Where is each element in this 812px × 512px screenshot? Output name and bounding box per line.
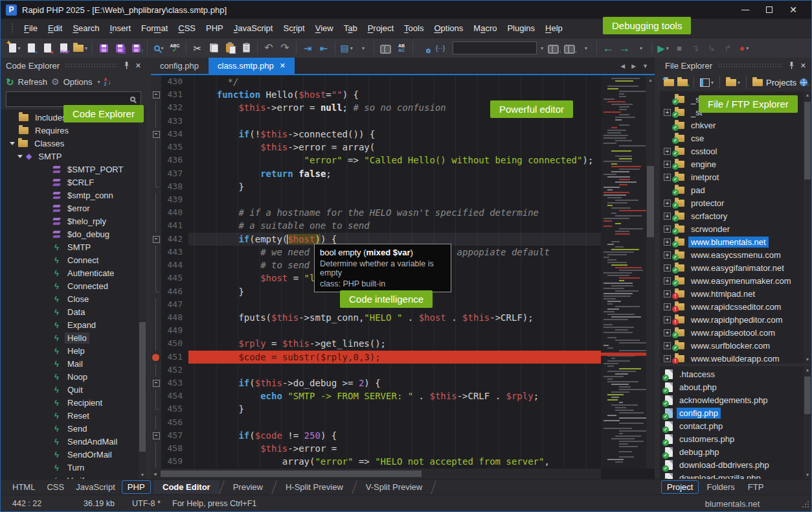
folder-item-csstool[interactable]: +✓csstool [660,145,811,157]
fold-gutter[interactable] [151,167,161,180]
code-line-454[interactable]: 454 echo "SMTP -> FROM SERVER: " . $this… [151,390,601,402]
maximize-button[interactable] [766,6,773,13]
explore-folder-button[interactable] [416,40,432,56]
language-tab-javascript[interactable]: JavaScript [71,481,120,493]
code-line-435[interactable]: 435 $this->error = array( [151,141,601,154]
fold-gutter[interactable] [151,364,161,377]
code-line-453[interactable]: 453 if($this->do_debug >= 2) { [151,377,601,390]
view-tab-code-editor[interactable]: Code Editor [153,480,220,494]
fold-gutter[interactable] [151,455,161,468]
folder-item-inetprot[interactable]: +✓inetprot [660,170,811,183]
code-explorer-item-smtp[interactable]: ϟSMTP [1,240,146,253]
folder-item-engine[interactable]: +✓engine [660,157,811,170]
open-folder-button[interactable]: ▾ [72,40,89,56]
view-mode-button[interactable]: ▾ [700,78,714,87]
folder-item-www.easymenumaker.com[interactable]: +✓www.easymenumaker.com [660,274,811,287]
fold-gutter[interactable] [151,154,161,167]
editor-vertical-scrollbar[interactable]: ▴ [646,75,655,469]
code-explorer-item-classes[interactable]: Classes [1,137,146,150]
fold-gutter[interactable] [151,206,161,219]
clipboard-history-button[interactable] [238,40,254,56]
code-explorer-item-connected[interactable]: ϟConnected [1,279,146,292]
folder-item-www.rapidcsseditor.com[interactable]: +!www.rapidcsseditor.com [660,300,811,313]
document-tab-config.php[interactable]: config.php [151,58,208,74]
paste-button[interactable] [222,40,238,56]
file-item-download-dbdrivers.php[interactable]: ✓download-dbdrivers.php [660,458,811,471]
expand-icon[interactable]: + [664,148,671,155]
fold-gutter[interactable] [151,416,161,429]
breakpoint-icon[interactable] [151,351,161,364]
code-line-456[interactable]: 456 [151,416,601,429]
find-in-files-button[interactable] [378,40,393,56]
undo-button[interactable]: ↶ [261,40,276,56]
code-line-438[interactable]: 438 } [151,180,601,193]
fold-gutter[interactable] [151,219,161,232]
expand-icon[interactable]: + [664,290,671,297]
fold-marker-icon[interactable] [151,377,161,390]
fold-gutter[interactable] [151,390,161,402]
folder-item-www.surfblocker.com[interactable]: +✓www.surfblocker.com [660,339,811,352]
code-explorer-item-help[interactable]: ϟHelp [1,344,146,357]
pin-icon[interactable] [123,62,130,69]
file-item-customers.php[interactable]: ✓customers.php [660,432,811,445]
code-editor[interactable]: 430 */431 function Hello($host="") {432 … [151,75,601,469]
right-splitter[interactable] [655,58,660,479]
code-line-440[interactable]: 440 # if a hostname for the HELO wasn't … [151,206,601,219]
step-out-button[interactable]: ↱ [720,40,736,56]
code-explorer-item-verify[interactable]: ϟVerify [1,474,146,479]
fold-gutter[interactable] [151,259,161,272]
expand-icon[interactable]: + [664,174,671,181]
file-item-config.php[interactable]: ✓config.php [660,406,811,419]
expand-icon[interactable]: + [664,303,671,310]
code-explorer-item-data[interactable]: ϟData [1,305,146,318]
find-next-button[interactable]: ↓ [545,40,561,56]
close-panel-icon[interactable]: ✕ [135,62,141,70]
file-list-scrollbar[interactable]: ▴ ▾ [804,366,811,479]
code-explorer-item-expand[interactable]: ϟExpand [1,318,146,331]
fold-gutter[interactable] [151,193,161,206]
menu-macro[interactable]: Macro [468,21,502,35]
code-explorer-item-smtp[interactable]: SMTP [1,150,146,163]
code-explorer-item-connect[interactable]: ϟConnect [1,253,146,266]
close-panel-icon[interactable]: ✕ [800,62,806,70]
code-snippets-button[interactable]: {··} [433,40,448,56]
file-item-debug.php[interactable]: ✓debug.php [660,445,811,458]
code-explorer-item-recipient[interactable]: ϟRecipient [1,396,146,409]
code-explorer-item-smtp_port[interactable]: $SMTP_PORT [1,163,146,176]
code-explorer-item-sendandmail[interactable]: ϟSendAndMail [1,435,146,448]
code-line-452[interactable]: 452 [151,364,601,377]
folder-item-chkver[interactable]: ✓chkver [660,119,811,132]
code-line-449[interactable]: 449 [151,324,601,337]
code-line-430[interactable]: 430 */ [151,75,601,88]
file-item-download-mozilla.php[interactable]: ✓download-mozilla.php [660,471,811,479]
expand-icon[interactable]: + [664,355,671,362]
file-item-about.php[interactable]: ✓about.php [660,380,811,393]
explorer-tab-ftp[interactable]: FTP [743,481,769,493]
view-tab-preview[interactable]: Preview [224,480,272,494]
file-item-contact.php[interactable]: ✓contact.php [660,419,811,432]
fold-gutter[interactable] [151,442,161,455]
open-code-file-button[interactable]: ‹› [23,40,39,56]
close-tab-icon[interactable]: ✕ [280,62,286,70]
expand-icon[interactable]: + [664,226,671,233]
menu-css[interactable]: CSS [173,21,201,35]
code-line-441[interactable]: 441 # a suitable one to send [151,219,601,232]
indent-button[interactable]: ⇥ [300,40,315,56]
folder-item-www.webuilderapp.com[interactable]: +!www.webuilderapp.com [660,352,811,364]
menu-options[interactable]: Options [429,21,468,35]
folder-item-pad[interactable]: ✓pad [660,183,811,196]
minimap[interactable] [601,75,646,469]
folder-up-button[interactable]: ↶ [664,79,674,86]
fold-gutter[interactable] [151,311,161,324]
panel-layout-button[interactable]: ▤▾ [339,40,354,56]
menu-tab[interactable]: Tab [339,21,363,35]
file-item-acknowledgements.php[interactable]: ✓acknowledgements.php [660,393,811,406]
navigate-back-button[interactable]: ← [600,40,616,56]
cut-button[interactable]: ✂ [190,40,205,56]
folder-item-protector[interactable]: +✓protector [660,196,811,209]
code-line-450[interactable]: 450 $rply = $this->get_lines(); [151,337,601,350]
code-line-436[interactable]: 436 "error" => "Called Hello() without b… [151,154,601,167]
code-explorer-item-reset[interactable]: ϟReset [1,409,146,422]
scroll-up-icon[interactable]: ▴ [646,76,655,84]
tab-scroll-left-icon[interactable]: ◀ [620,63,625,69]
